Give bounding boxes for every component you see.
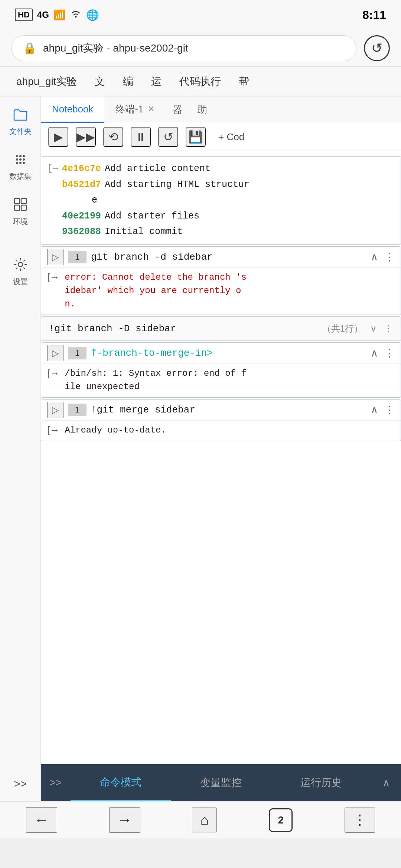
bottom-tab-expand-right[interactable]: ∧ bbox=[371, 764, 401, 801]
collapse-btn-f[interactable]: ∧ bbox=[371, 347, 378, 359]
menu-item-code-exec[interactable]: 代码执行 bbox=[170, 67, 230, 96]
cell-output-branch-d: [→ error: Cannot delete the branch 'side… bbox=[41, 267, 401, 315]
sidebar-item-dataset[interactable]: 数据集 bbox=[0, 148, 40, 186]
output-arrow-merge: [→ bbox=[47, 424, 59, 436]
url-bar[interactable]: 🔒 ahpu_git实验 - ahpu-se2002-git bbox=[11, 35, 356, 61]
nav-home-button[interactable]: ⌂ bbox=[192, 808, 217, 832]
sidebar-item-folder[interactable]: 文件夹 bbox=[0, 104, 40, 141]
sidebar-item-settings[interactable]: 设置 bbox=[0, 253, 40, 291]
cell-merge: ▷ 1 !git merge sidebar ∧ ⋮ [→ Already up… bbox=[41, 399, 401, 441]
bottom-tab-variable-monitor[interactable]: 变量监控 bbox=[171, 764, 271, 801]
svg-point-5 bbox=[19, 158, 22, 161]
svg-point-9 bbox=[23, 162, 25, 164]
hash-1: 4e16c7e bbox=[62, 161, 101, 177]
status-left: HD 4G 📶 🌐 bbox=[15, 9, 99, 21]
restart-button[interactable]: ⟲ bbox=[103, 127, 123, 147]
svg-point-4 bbox=[16, 158, 18, 161]
nav-more-button[interactable]: ⋮ bbox=[345, 808, 375, 833]
more-btn-1[interactable]: ⋮ bbox=[384, 251, 395, 263]
reload-button[interactable]: ↺ bbox=[364, 35, 390, 61]
output-arrow-1: [→ bbox=[47, 272, 59, 283]
nav-bar: ← → ⌂ 2 ⋮ bbox=[0, 801, 401, 838]
run-cell-merge[interactable]: ▷ bbox=[47, 402, 63, 418]
menu-item-bian[interactable]: 编 bbox=[114, 67, 142, 96]
svg-point-0 bbox=[75, 16, 76, 17]
nav-tabs-button[interactable]: 2 bbox=[269, 808, 293, 832]
menu-item-wen[interactable]: 文 bbox=[86, 67, 114, 96]
collapse-btn-text[interactable]: ∨ bbox=[370, 323, 377, 334]
nav-back-button[interactable]: ← bbox=[26, 807, 57, 833]
sidebar-label-settings: 设置 bbox=[13, 277, 28, 287]
svg-point-1 bbox=[16, 155, 18, 157]
sidebar-label-environment: 环境 bbox=[13, 217, 28, 227]
menu-item-yun[interactable]: 运 bbox=[142, 67, 170, 96]
menu-item-title[interactable]: ahpu_git实验 bbox=[7, 67, 86, 96]
cell-branch-d: ▷ 1 git branch -d sidebar ∧ ⋮ [→ error: … bbox=[41, 246, 401, 315]
output-text-branch-d: error: Cannot delete the branch 'sidebar… bbox=[65, 271, 247, 311]
svg-point-14 bbox=[18, 262, 23, 267]
cell-code-f-branch: f-branch-to-merge-in> bbox=[91, 348, 366, 359]
svg-point-7 bbox=[16, 162, 18, 164]
add-code-button[interactable]: + Cod bbox=[213, 129, 250, 145]
hd-badge: HD bbox=[15, 9, 33, 21]
cell-branch-D-text: !git branch -D sidebar （共1行） ∨ ⋮ bbox=[41, 316, 401, 341]
desc-1: Add article content bbox=[105, 161, 211, 177]
more-btn-f[interactable]: ⋮ bbox=[384, 347, 395, 359]
menu-item-help[interactable]: 帮 bbox=[230, 67, 258, 96]
desc-4: Initial commit bbox=[105, 224, 183, 240]
bottom-tab-command-mode[interactable]: 命令模式 bbox=[71, 764, 171, 801]
sidebar: 文件夹 数据集 bbox=[0, 96, 41, 801]
cell-code-merge: !git merge sidebar bbox=[91, 404, 366, 415]
tab-notebook[interactable]: Notebook bbox=[41, 96, 104, 123]
content-area: Notebook 终端-1 ✕ 器 助 ▶ ▶▶ ⟲ ⏸ ↺ 💾 + Cod bbox=[41, 96, 401, 801]
svg-rect-12 bbox=[14, 205, 20, 210]
settings-icon bbox=[14, 258, 27, 274]
main-layout: 文件夹 数据集 bbox=[0, 96, 401, 801]
url-text: ahpu_git实验 - ahpu-se2002-git bbox=[43, 41, 188, 55]
collapse-btn-merge[interactable]: ∧ bbox=[371, 404, 378, 416]
run-cell-f-branch[interactable]: ▷ bbox=[47, 345, 63, 361]
pause-button[interactable]: ⏸ bbox=[131, 127, 151, 147]
cell-number-f: 1 bbox=[68, 347, 87, 359]
lock-icon: 🔒 bbox=[23, 42, 36, 55]
log-line-2b: [→ e bbox=[47, 193, 395, 208]
time-display: 8:11 bbox=[362, 8, 386, 22]
more-btn-text[interactable]: ⋮ bbox=[384, 323, 393, 334]
reload-cell-button[interactable]: ↺ bbox=[158, 127, 178, 147]
sidebar-label-dataset: 数据集 bbox=[9, 171, 32, 181]
notebook-content[interactable]: [→ 4e16c7e Add article content [→ b4521d… bbox=[41, 151, 401, 764]
bottom-tab-expand-left[interactable]: >> bbox=[41, 764, 71, 801]
sidebar-item-environment[interactable]: 环境 bbox=[0, 193, 40, 231]
log-line-2: [→ b4521d7 Add starting HTML structur bbox=[47, 177, 395, 193]
cell-f-branch: ▷ 1 f-branch-to-merge-in> ∧ ⋮ [→ /bin/sh… bbox=[41, 342, 401, 398]
run-button[interactable]: ▶ bbox=[48, 127, 68, 147]
output-text-merge: Already up-to-date. bbox=[65, 424, 166, 437]
dataset-icon bbox=[14, 153, 27, 169]
desc-3: Add starter files bbox=[105, 208, 199, 224]
svg-rect-10 bbox=[14, 198, 20, 204]
sidebar-expand-button[interactable]: >> bbox=[10, 774, 30, 794]
cell-code-branch-d: git branch -d sidebar bbox=[91, 251, 366, 263]
tab-terminal[interactable]: 终端-1 ✕ bbox=[104, 96, 166, 123]
run-cell-branch-d[interactable]: ▷ bbox=[47, 249, 63, 265]
run-all-button[interactable]: ▶▶ bbox=[76, 127, 96, 147]
globe-icon: 🌐 bbox=[86, 9, 99, 21]
svg-rect-13 bbox=[21, 205, 26, 210]
browser-bar: 🔒 ahpu_git实验 - ahpu-se2002-git ↺ bbox=[0, 30, 401, 67]
environment-icon bbox=[14, 198, 27, 214]
tab-close-terminal[interactable]: ✕ bbox=[148, 104, 154, 114]
svg-point-8 bbox=[19, 162, 22, 164]
svg-point-6 bbox=[23, 158, 25, 161]
more-btn-merge[interactable]: ⋮ bbox=[384, 404, 395, 416]
bottom-tab-run-history[interactable]: 运行历史 bbox=[271, 764, 371, 801]
tab-extra-2[interactable]: 助 bbox=[190, 96, 215, 123]
nav-forward-button[interactable]: → bbox=[109, 807, 140, 833]
save-button[interactable]: 💾 bbox=[186, 127, 206, 147]
collapse-btn-1[interactable]: ∧ bbox=[371, 251, 378, 263]
status-bar: HD 4G 📶 🌐 8:11 bbox=[0, 0, 401, 30]
cell-actions-f: ∧ ⋮ bbox=[371, 347, 395, 359]
wifi-icon bbox=[70, 9, 82, 21]
bottom-tab-bar: >> 命令模式 变量监控 运行历史 ∧ bbox=[41, 764, 401, 801]
network-4g: 4G bbox=[37, 10, 49, 20]
tab-extra-1[interactable]: 器 bbox=[166, 96, 190, 123]
